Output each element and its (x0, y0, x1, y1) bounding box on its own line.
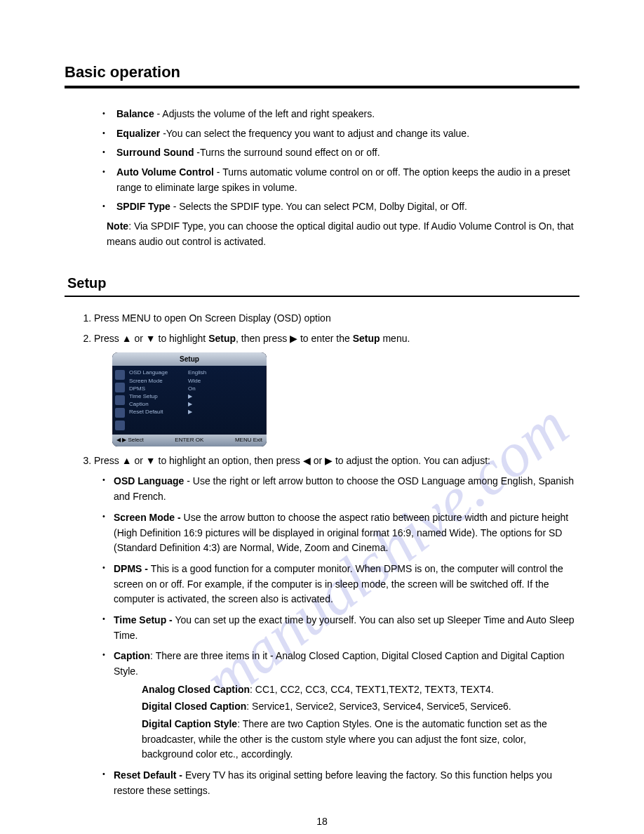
opt-reset-default: Reset Default - Every TV has its origina… (102, 768, 579, 798)
bullet-surround: Surround Sound -Turns the surround sound… (107, 145, 579, 161)
osd-tab-icon (115, 421, 125, 430)
step-2: Press ▲ or ▼ to highlight Setup, then pr… (94, 331, 579, 446)
steps-list: Press MENU to open On Screen Display (OS… (65, 311, 579, 799)
bullet-equalizer: Equalizer -You can select the frequency … (107, 126, 579, 142)
opt-osd-language: OSD Language - Use the right or left arr… (102, 474, 579, 504)
osd-tab-icon (115, 383, 125, 392)
bullet-avc: Auto Volume Control - Turns automatic vo… (107, 165, 579, 195)
page-number: 18 (0, 816, 644, 827)
osd-tab-icon (115, 395, 125, 405)
opt-caption: Caption: There are three items in it - A… (102, 649, 579, 762)
osd-footer: ◀ ▶ Select ENTER OK MENU Exit (112, 435, 267, 446)
caption-sub: Analog Closed Caption: CC1, CC2, CC3, CC… (114, 682, 579, 762)
osd-values: English Wide On ▶ ▶ ▶ (188, 369, 262, 430)
bullet-balance: Balance - Adjusts the volume of the left… (107, 107, 579, 122)
opt-screen-mode: Screen Mode - Use the arrow button to ch… (102, 510, 579, 556)
title-rule (65, 86, 579, 88)
osd-tab-icon (115, 408, 125, 418)
osd-tab-icon (115, 370, 125, 380)
audio-bullets: Balance - Adjusts the volume of the left… (65, 107, 579, 215)
opt-dpms: DPMS - This is a good function for a com… (102, 562, 579, 607)
step-1: Press MENU to open On Screen Display (OS… (94, 311, 579, 326)
step-3: Press ▲ or ▼ to highlight an option, the… (94, 454, 579, 799)
setup-option-bullets: OSD Language - Use the right or left arr… (94, 474, 579, 798)
osd-labels: OSD Language Screen Mode DPMS Time Setup… (129, 369, 185, 430)
note: Note: Via SPDIF Type, you can choose the… (65, 219, 579, 249)
section-setup: Setup (67, 275, 579, 291)
bullet-spdif: SPDIF Type - Selects the SPDIF type. You… (107, 199, 579, 215)
opt-time-setup: Time Setup - You can set up the exact ti… (102, 613, 579, 643)
section-rule (65, 296, 579, 297)
osd-title: Setup (112, 352, 267, 366)
page-title: Basic operation (65, 63, 579, 81)
osd-screenshot: Setup OSD Language Screen Mode DPMS Time… (112, 352, 267, 446)
